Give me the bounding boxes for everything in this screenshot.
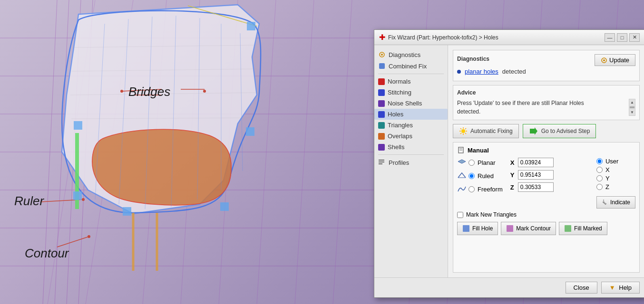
mark-triangles-label: Mark New Triangles — [466, 211, 517, 218]
freeform-label: Freeform — [478, 186, 503, 193]
mark-triangles-checkbox[interactable] — [457, 212, 463, 218]
nav-normals[interactable]: Normals — [374, 76, 448, 87]
nav-combined-fix[interactable]: Combined Fix — [374, 60, 448, 72]
manual-section: Manual Planar — [453, 142, 640, 273]
x-label: X — [510, 159, 516, 166]
titlebar-left: ✚ Fix Wizard (Part: Hyperhook-tofix2) > … — [379, 33, 498, 42]
x-input[interactable] — [518, 158, 554, 167]
update-btn-label: Update — [609, 57, 629, 64]
z-axis-radio[interactable] — [596, 184, 603, 190]
fill-hole-button[interactable]: Fill Hole — [457, 222, 498, 235]
diag-link[interactable]: planar holes — [465, 68, 498, 75]
nav-profiles[interactable]: Profiles — [374, 157, 448, 168]
axis-options: User X Y Z — [596, 158, 635, 209]
indicate-label: Indicate — [610, 199, 630, 206]
nav-noise-shells[interactable]: Noise Shells — [374, 98, 448, 109]
y-input[interactable] — [518, 170, 554, 180]
mark-triangles-row: Mark New Triangles — [457, 211, 635, 218]
planar-label: Planar — [478, 159, 496, 166]
diag-bullet — [457, 70, 461, 74]
nav-separator — [378, 74, 444, 74]
diag-detected-text: detected — [502, 68, 526, 75]
update-icon — [601, 57, 607, 64]
ruled-icon — [457, 171, 467, 180]
ruled-label: Ruled — [478, 172, 494, 180]
nav-diagnostics[interactable]: Diagnostics — [374, 49, 448, 60]
y-axis-radio-row: Y — [596, 175, 635, 182]
help-button[interactable]: ▼ Help — [601, 282, 640, 294]
svg-rect-78 — [507, 225, 513, 232]
manual-title: Manual — [468, 147, 489, 154]
x-axis-radio[interactable] — [596, 167, 603, 173]
bridges-label: Bridges — [128, 85, 170, 99]
combined-fix-icon — [378, 62, 386, 70]
planar-radio-row: Planar — [468, 159, 496, 166]
svg-line-45 — [57, 237, 89, 247]
nav-triangles[interactable]: Triangles — [374, 120, 448, 131]
scroll-thumb[interactable] — [630, 106, 634, 108]
green-arrow-icon — [529, 127, 538, 135]
combined-fix-label: Combined Fix — [389, 63, 427, 70]
svg-point-57 — [381, 54, 383, 56]
wizard-icon: ✚ — [379, 33, 385, 42]
noise-shells-icon — [378, 100, 385, 107]
ruled-radio[interactable] — [468, 173, 475, 179]
normals-label: Normals — [388, 78, 410, 85]
svg-line-69 — [460, 128, 461, 129]
nav-shells[interactable]: Shells — [374, 142, 448, 152]
help-label: Help — [619, 284, 632, 291]
indicate-button[interactable]: Indicate — [596, 196, 635, 209]
help-icon: ▼ — [609, 284, 615, 291]
diagnostics-section: Diagnostics Update planar holes detected — [453, 50, 640, 81]
y-row: Y — [510, 170, 589, 180]
z-axis-radio-row: Z — [596, 183, 635, 190]
user-radio-row: User — [596, 158, 635, 165]
svg-point-41 — [203, 90, 206, 93]
freeform-radio[interactable] — [468, 186, 475, 192]
scroll-down-icon[interactable]: ▼ — [629, 109, 635, 115]
update-button[interactable]: Update — [595, 54, 635, 66]
svg-point-46 — [88, 235, 90, 238]
planar-icon — [457, 158, 467, 167]
x-row: X — [510, 158, 589, 167]
diagnostics-icon — [378, 51, 386, 58]
auto-fix-label: Automatic Fixing — [470, 128, 513, 134]
close-button[interactable]: Close — [566, 282, 597, 294]
dialog-footer: Close ▼ Help — [374, 277, 644, 297]
fix-wizard-dialog: ✚ Fix Wizard (Part: Hyperhook-tofix2) > … — [374, 29, 644, 298]
mark-contour-button[interactable]: Mark Contour — [501, 222, 556, 235]
dialog-body: Diagnostics Combined Fix Normals Stitchi… — [374, 45, 644, 277]
dialog-titlebar: ✚ Fix Wizard (Part: Hyperhook-tofix2) > … — [374, 30, 644, 45]
scroll-up-icon[interactable]: ▲ — [629, 99, 635, 105]
user-label: User — [605, 158, 618, 165]
fill-marked-button[interactable]: Fill Marked — [559, 222, 607, 235]
nav-stitching[interactable]: Stitching — [374, 87, 448, 98]
svg-rect-52 — [220, 202, 229, 211]
ruled-radio-row: Ruled — [468, 172, 494, 180]
svg-rect-61 — [379, 163, 382, 164]
go-to-advised-step-button[interactable]: Go to Advised Step — [523, 124, 596, 138]
nav-separator-2 — [378, 154, 444, 155]
nav-panel: Diagnostics Combined Fix Normals Stitchi… — [374, 45, 448, 277]
svg-rect-60 — [379, 162, 384, 162]
close-window-button[interactable]: ✕ — [629, 33, 640, 42]
planar-radio[interactable] — [468, 160, 475, 166]
shells-label: Shells — [388, 143, 404, 151]
freeform-icon — [457, 184, 467, 194]
triangles-icon — [378, 122, 385, 129]
minimize-button[interactable]: — — [605, 33, 615, 42]
user-axis-radio[interactable] — [596, 158, 603, 164]
fill-marked-label: Fill Marked — [574, 225, 602, 232]
overlaps-label: Overlaps — [388, 133, 412, 140]
advice-scrollbar[interactable]: ▲ ▼ — [629, 99, 635, 116]
y-axis-label: Y — [605, 175, 610, 182]
z-axis-label: Z — [605, 183, 609, 190]
nav-holes[interactable]: Holes — [374, 109, 448, 120]
y-axis-radio[interactable] — [596, 175, 603, 181]
action-buttons-row: Automatic Fixing Go to Advised Step — [453, 124, 640, 138]
automatic-fixing-button[interactable]: Automatic Fixing — [453, 124, 519, 138]
z-input[interactable] — [518, 182, 554, 192]
maximize-button[interactable]: □ — [617, 33, 627, 42]
svg-point-63 — [603, 59, 605, 61]
nav-overlaps[interactable]: Overlaps — [374, 131, 448, 142]
